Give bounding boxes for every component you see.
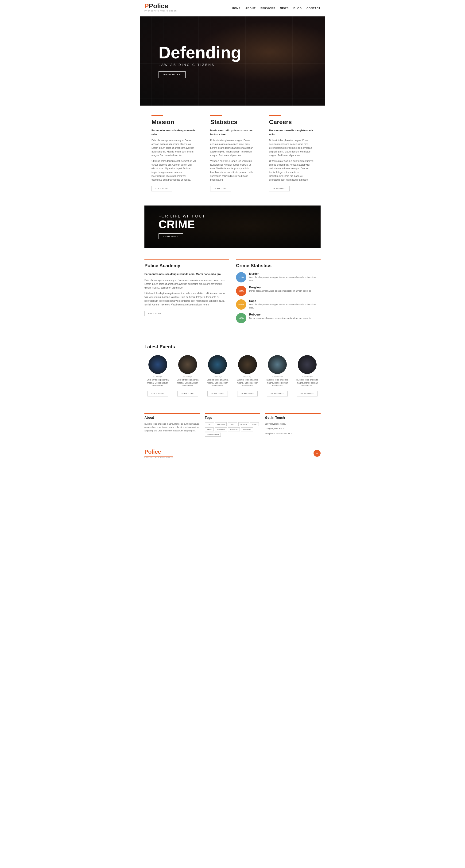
- careers-p1: Duis ultr toles phaentra magna. Donec ac…: [269, 138, 314, 157]
- tag-item[interactable]: Crime: [228, 422, 237, 426]
- footer-about-text: Duis ultr toles phaentra magna. Donec as…: [144, 422, 200, 432]
- footer-bottom: Police Protecting Public Order +: [140, 444, 325, 463]
- hero-read-more-button[interactable]: READ MORE: [158, 71, 185, 78]
- stat-info: Rape Duis ultr toles phaentra magna. Don…: [249, 299, 321, 309]
- statistics-card: Statistics Morbi nanc odio grda atcursus…: [203, 115, 262, 191]
- footer-contact: Get In Touch 9907 Haverene Road, Glasgow…: [265, 413, 321, 437]
- crime-pre-text: FOR LIFE WITHOUT: [158, 214, 205, 218]
- back-to-top-button[interactable]: +: [314, 450, 321, 457]
- event-read-more-button[interactable]: READ MORE: [147, 391, 168, 397]
- two-panel-section: Police Academy Par montes nasuslla deugi…: [140, 252, 325, 334]
- three-columns-section: Mission Par montes nasuslla deugiatesuad…: [140, 105, 325, 201]
- careers-lead: Par montes nasuslla deugiatesuada odio.: [269, 129, 314, 136]
- footer-tags: Tags PoliceNikolsonCrimeWantedRapeNewsAc…: [205, 413, 260, 437]
- tag-item[interactable]: Rewards: [228, 428, 240, 431]
- event-time: 3 weeks ago: [264, 375, 291, 377]
- crime-content: FOR LIFE WITHOUT CRIME READ MORE: [158, 214, 205, 239]
- crime-stats-list: -11% Murder Duis ultr toles phaentra mag…: [236, 272, 321, 323]
- crime-stat-item: -29% Burglary Donec accuan malmasuda ocl…: [236, 286, 321, 296]
- tag-item[interactable]: Wanted: [238, 422, 249, 426]
- tag-item[interactable]: Prestests: [241, 428, 253, 431]
- police-academy-header: Police Academy: [144, 259, 229, 268]
- event-desc: Duis ultr toles phaentra magna. Donec ac…: [234, 378, 261, 387]
- tag-item[interactable]: Rape: [250, 422, 259, 426]
- contact-phone: Freephone: +1 800 559 8100: [265, 432, 321, 435]
- footer-top: About Duis ultr toles phaentra magna. Do…: [140, 406, 325, 444]
- mission-accent: [151, 115, 163, 116]
- contact-city: Glasgow, D54 39CN.: [265, 427, 321, 430]
- event-desc: Duis ultr toles phaentra magna. Donec ac…: [144, 378, 171, 387]
- statistics-p1: Duis ultr toles phaentra magna. Donec ac…: [210, 138, 255, 157]
- mission-read-more-button[interactable]: READ MORE: [151, 186, 172, 191]
- event-image: [238, 355, 257, 374]
- event-read-more-button[interactable]: READ MORE: [177, 391, 198, 397]
- footer-logo-title: Police: [144, 448, 173, 455]
- statistics-accent: [210, 115, 222, 116]
- stat-title: Rape: [249, 299, 321, 303]
- nav-about[interactable]: ABOUT: [245, 7, 256, 10]
- logo-underline: [144, 13, 177, 13]
- hero-subtitle: LAW-ABIDING CITIZENS: [158, 63, 241, 67]
- crime-title: CRIME: [158, 219, 205, 230]
- police-academy-lead: Par montes nasuslla deugiatesuada odio. …: [144, 272, 229, 276]
- careers-p2: Ut tellus dolor dapibus eget elementum v…: [269, 159, 314, 182]
- tag-item[interactable]: Administration: [205, 433, 221, 437]
- tag-item[interactable]: Police: [205, 422, 214, 426]
- tag-item[interactable]: Academy: [215, 428, 227, 431]
- events-grid: 15 min ago Duis ultr toles phaentra magn…: [144, 355, 321, 397]
- event-desc: Duis ultr toles phaentra magna. Donec ac…: [294, 378, 321, 387]
- event-read-more-button[interactable]: READ MORE: [267, 391, 287, 397]
- logo-title: PPolice: [144, 3, 177, 9]
- footer-contact-title: Get In Touch: [265, 413, 321, 420]
- event-read-more-button[interactable]: READ MORE: [237, 391, 258, 397]
- event-read-more-button[interactable]: READ MORE: [297, 391, 318, 397]
- event-time: 42 min ago: [174, 375, 201, 377]
- police-academy-read-more-button[interactable]: READ MORE: [144, 311, 165, 316]
- stat-badge: -42%: [236, 313, 246, 323]
- hero-section: Defending LAW-ABIDING CITIZENS READ MORE: [140, 17, 325, 105]
- logo-accent: P: [144, 2, 149, 10]
- event-card: 5 days ago Duis ultr toles phaentra magn…: [204, 355, 231, 397]
- crime-banner: FOR LIFE WITHOUT CRIME READ MORE: [144, 206, 321, 248]
- footer-about-title: About: [144, 413, 200, 420]
- statistics-p2: Vivomus eget elit. Elamus leo vel metus.…: [210, 159, 255, 182]
- crime-stat-item: +14% Rape Duis ultr toles phaentra magna…: [236, 299, 321, 310]
- event-image: [298, 355, 317, 374]
- tags-container: PoliceNikolsonCrimeWantedRapeNewsAcademy…: [205, 422, 260, 437]
- event-card: 3 weeks ago Duis ultr toles phaentra mag…: [264, 355, 291, 397]
- event-desc: Duis ultr toles phaentra magna. Donec ac…: [174, 378, 201, 387]
- event-desc: Duis ultr toles phaentra magna. Donec ac…: [264, 378, 291, 387]
- nav-home[interactable]: HOME: [232, 7, 241, 10]
- event-read-more-button[interactable]: READ MORE: [207, 391, 228, 397]
- event-image: [178, 355, 197, 374]
- stat-badge: -11%: [236, 272, 246, 282]
- crime-stat-item: -11% Murder Duis ultr toles phaentra mag…: [236, 272, 321, 282]
- latest-events-title: Latest Events: [144, 344, 321, 349]
- careers-card: Careers Par montes nasuslla deugiatesuad…: [262, 115, 321, 191]
- stat-desc: Duis ultr toles phaentra magna. Donec ac…: [249, 276, 321, 282]
- main-nav: HOME ABOUT SERVICES NEWS BLOG CONTACT: [232, 7, 321, 10]
- nav-services[interactable]: SERVICES: [260, 7, 275, 10]
- stat-desc: Donec accuan malmasuda oclnec slmet erot…: [249, 317, 311, 320]
- hero-content: Defending LAW-ABIDING CITIZENS READ MORE: [140, 44, 260, 78]
- event-card: 5 days ago Duis ultr toles phaentra magn…: [234, 355, 261, 397]
- nav-blog[interactable]: BLOG: [293, 7, 302, 10]
- footer-tagline: Protecting Public Order: [144, 457, 173, 458]
- statistics-read-more-button[interactable]: READ MORE: [210, 186, 231, 191]
- crime-read-more-button[interactable]: READ MORE: [158, 234, 183, 239]
- footer-logo-p: P: [144, 448, 148, 455]
- police-academy-p2: Ut tellus dolor dapibus eget elementum v…: [144, 291, 229, 307]
- stat-info: Robbery Donec accuan malmasuda oclnec sl…: [249, 313, 311, 320]
- tag-item[interactable]: Nikolson: [215, 422, 227, 426]
- logo: PPolice Protecting Public Order: [144, 3, 177, 13]
- tag-item[interactable]: News: [205, 428, 214, 431]
- mission-p1: Duis ultr toles phaentra magna. Donec ac…: [151, 138, 196, 157]
- event-image: [208, 355, 227, 374]
- event-card: 15 min ago Duis ultr toles phaentra magn…: [144, 355, 171, 397]
- crime-statistics-title: Crime Statistics: [236, 263, 321, 268]
- latest-events-header: Latest Events: [144, 341, 321, 349]
- careers-read-more-button[interactable]: READ MORE: [269, 186, 290, 191]
- nav-contact[interactable]: CONTACT: [307, 7, 321, 10]
- footer-tags-title: Tags: [205, 413, 260, 420]
- nav-news[interactable]: NEWS: [280, 7, 289, 10]
